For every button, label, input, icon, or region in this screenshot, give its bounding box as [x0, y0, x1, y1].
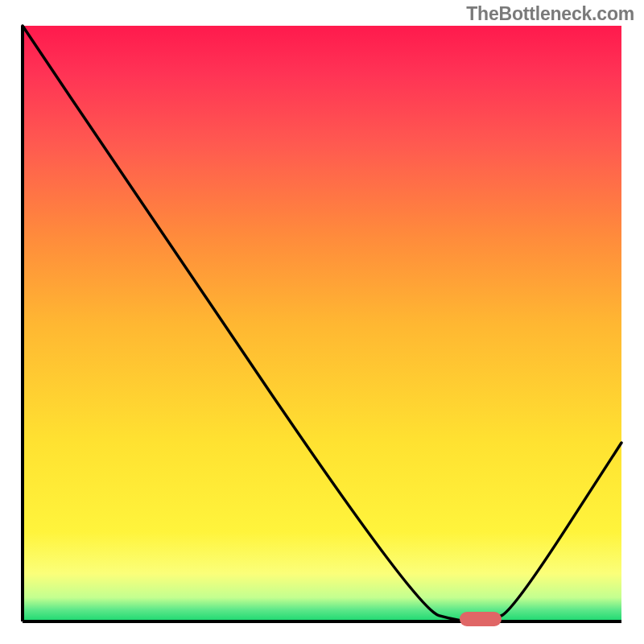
axes-frame: [0, 0, 644, 644]
optimal-range-marker: [460, 612, 502, 626]
chart-container: TheBottleneck.com: [0, 0, 644, 644]
